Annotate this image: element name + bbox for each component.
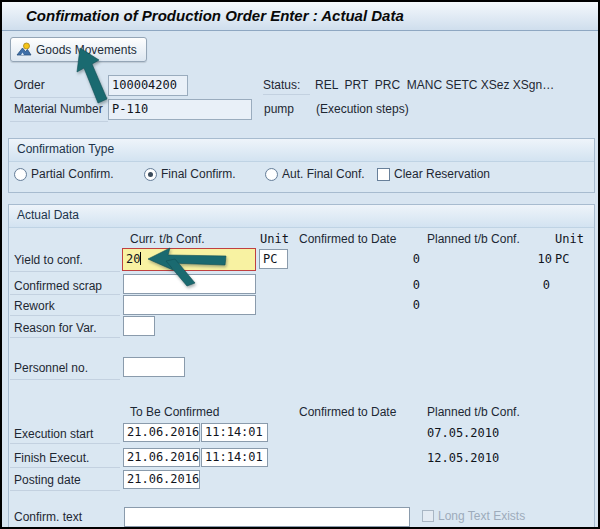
scrap-label: Confirmed scrap [14,279,102,293]
reason-for-var-label: Reason for Var. [14,321,97,335]
status-value: REL PRT PRC MANC SETC XSez XSgn… [315,78,554,92]
rework-confirmed-to-date: 0 [332,298,420,312]
date-header-confirmed-to-date: Confirmed to Date [299,405,396,419]
yield-confirmed-to-date: 0 [332,252,420,266]
finish-execution-date-field[interactable]: 21.06.2016 [123,448,200,467]
long-text-exists-checkbox [422,510,434,522]
row-separator [10,490,120,491]
row-separator [10,121,108,122]
confirmation-type-group: Confirmation Type [8,138,595,193]
finish-execution-label: Finish Execut. [14,451,89,465]
row-separator [10,315,120,316]
col-header-planned-tb-conf: Planned t/b Conf. [427,232,520,246]
yield-planned-unit: PC [555,252,569,266]
execution-start-planned: 07.05.2010 [427,426,499,440]
radio-final-confirm[interactable] [144,168,157,181]
order-label: Order [14,78,45,92]
confirm-text-input[interactable] [124,507,410,527]
yield-value: 20 [126,252,140,266]
material-description: pump [264,102,294,116]
annotation-arrow-goods-movements [60,42,132,112]
sap-window: Confirmation of Production Order Enter :… [0,0,600,529]
confirmation-type-header: Confirmation Type [9,139,594,162]
yield-label: Yield to conf. [14,253,83,267]
long-text-exists-label: Long Text Exists [438,509,525,523]
radio-aut-final-conf-label[interactable]: Aut. Final Conf. [282,167,365,181]
reason-for-var-input[interactable] [123,316,155,336]
radio-final-confirm-label[interactable]: Final Confirm. [161,167,236,181]
material-note: (Execution steps) [316,102,409,116]
execution-start-date-field[interactable]: 21.06.2016 [123,423,200,442]
annotation-arrow-yield-field [142,242,242,292]
status-underline [263,94,310,95]
yield-planned: 10 [462,252,552,266]
execution-start-time-field[interactable]: 11:14:01 [201,423,268,442]
goods-movement-icon [16,42,32,57]
clear-reservation-label[interactable]: Clear Reservation [394,167,490,181]
scrap-confirmed-to-date: 0 [332,278,420,292]
rework-label: Rework [14,299,55,313]
row-separator [10,467,120,468]
actual-data-header: Actual Data [9,205,594,228]
actual-data-title: Actual Data [17,208,79,222]
personnel-label: Personnel no. [14,361,88,375]
personnel-input[interactable] [123,357,185,377]
finish-execution-time-field[interactable]: 11:14:01 [201,448,268,467]
posting-date-field[interactable]: 21.06.2016 [123,470,200,489]
radio-aut-final-conf[interactable] [265,168,278,181]
finish-execution-planned: 12.05.2010 [427,451,499,465]
yield-unit-field[interactable]: PC [259,249,288,269]
scrap-planned: 0 [462,278,550,292]
rework-input[interactable] [123,295,256,315]
radio-partial-confirm[interactable] [14,168,27,181]
row-separator [10,271,120,272]
col-header-confirmed-to-date: Confirmed to Date [299,232,396,246]
posting-date-label: Posting date [14,473,81,487]
row-separator [10,379,120,380]
row-separator [10,337,120,338]
page-title: Confirmation of Production Order Enter :… [26,2,404,30]
radio-partial-confirm-label[interactable]: Partial Confirm. [31,167,114,181]
clear-reservation-checkbox[interactable] [377,168,390,181]
row-separator [10,443,120,444]
status-label: Status: [263,78,300,92]
confirmation-type-title: Confirmation Type [17,142,114,156]
row-separator [10,294,120,295]
col-header-unit2: Unit [555,232,584,246]
execution-start-label: Execution start [14,427,93,441]
title-bar: Confirmation of Production Order Enter :… [2,2,598,31]
col-header-unit: Unit [260,232,289,246]
date-header-to-be-confirmed: To Be Confirmed [130,405,219,419]
date-header-planned-tb-conf: Planned t/b Conf. [427,405,520,419]
confirm-text-label: Confirm. text [14,510,82,524]
